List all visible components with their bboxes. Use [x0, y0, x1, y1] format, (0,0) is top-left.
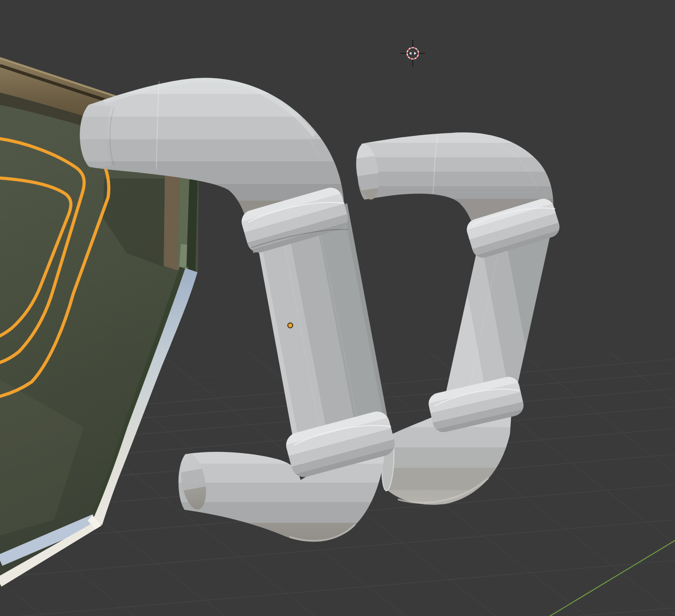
origin-point-marker — [288, 323, 293, 328]
panel-side-strip-brown — [164, 163, 180, 270]
blender-viewport-stage — [0, 0, 675, 616]
viewport-3d[interactable] — [0, 0, 675, 616]
